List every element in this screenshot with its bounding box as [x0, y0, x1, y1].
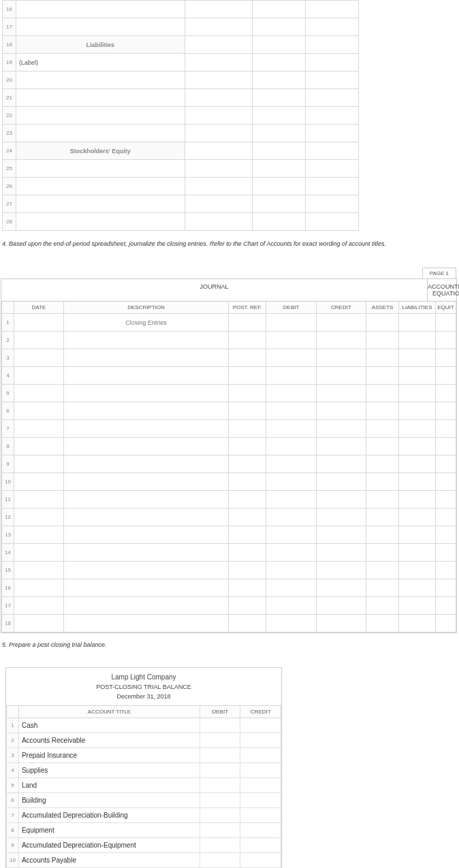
value-cell[interactable] [253, 213, 306, 231]
journal-cell[interactable] [366, 349, 399, 367]
journal-cell[interactable] [64, 402, 229, 420]
journal-cell[interactable] [316, 332, 366, 349]
value-cell[interactable] [306, 160, 359, 178]
journal-cell[interactable] [228, 367, 266, 385]
journal-cell[interactable] [399, 402, 436, 420]
journal-cell[interactable] [316, 615, 366, 632]
debit-cell[interactable] [200, 793, 240, 808]
journal-cell[interactable] [366, 615, 399, 632]
journal-cell[interactable] [399, 385, 436, 402]
journal-cell[interactable] [14, 332, 63, 349]
value-cell[interactable] [253, 160, 306, 178]
journal-cell[interactable] [228, 579, 266, 597]
journal-cell[interactable] [316, 455, 366, 473]
credit-cell[interactable] [240, 808, 281, 823]
journal-cell[interactable] [14, 349, 63, 367]
journal-cell[interactable] [228, 438, 266, 455]
journal-cell[interactable] [266, 402, 316, 420]
journal-cell[interactable] [228, 509, 266, 526]
journal-cell[interactable] [228, 615, 266, 632]
journal-cell[interactable] [435, 562, 456, 579]
journal-cell[interactable] [366, 455, 399, 473]
journal-cell[interactable] [228, 597, 266, 615]
journal-cell[interactable] [228, 562, 266, 579]
value-cell[interactable] [185, 160, 253, 178]
journal-cell[interactable] [366, 332, 399, 349]
account-title-cell[interactable]: Prepaid Insurance [18, 748, 200, 763]
desc-cell[interactable] [16, 18, 185, 36]
desc-cell[interactable] [16, 71, 185, 89]
value-cell[interactable] [185, 178, 253, 195]
journal-cell[interactable] [366, 385, 399, 402]
journal-cell[interactable] [435, 526, 456, 544]
journal-cell[interactable] [316, 526, 366, 544]
journal-cell[interactable] [399, 579, 436, 597]
journal-cell[interactable] [435, 579, 456, 597]
journal-cell[interactable] [316, 349, 366, 367]
journal-cell[interactable] [366, 597, 399, 615]
journal-cell[interactable] [64, 349, 229, 367]
credit-cell[interactable] [240, 838, 281, 853]
journal-cell[interactable] [399, 455, 436, 473]
account-title-cell[interactable]: Cash [18, 718, 200, 733]
credit-cell[interactable] [240, 823, 281, 838]
journal-cell[interactable] [399, 491, 436, 509]
debit-cell[interactable] [200, 763, 240, 778]
debit-cell[interactable] [200, 733, 240, 748]
desc-cell[interactable] [16, 195, 185, 213]
journal-cell[interactable] [366, 544, 399, 562]
debit-cell[interactable] [200, 718, 240, 733]
journal-cell[interactable] [228, 455, 266, 473]
journal-cell[interactable] [399, 314, 436, 332]
account-title-cell[interactable]: Accumulated Depreciation-Building [18, 808, 200, 823]
journal-cell[interactable] [399, 473, 436, 491]
value-cell[interactable] [253, 107, 306, 125]
journal-cell[interactable] [366, 509, 399, 526]
journal-cell[interactable] [14, 526, 63, 544]
journal-cell[interactable] [64, 509, 229, 526]
credit-cell[interactable] [240, 748, 281, 763]
desc-cell[interactable] [16, 178, 185, 195]
value-cell[interactable] [253, 1, 306, 18]
journal-cell[interactable] [435, 349, 456, 367]
credit-cell[interactable] [240, 718, 281, 733]
journal-cell[interactable] [14, 579, 63, 597]
journal-cell[interactable] [435, 509, 456, 526]
journal-cell[interactable] [399, 615, 436, 632]
value-cell[interactable] [185, 18, 253, 36]
value-cell[interactable] [306, 178, 359, 195]
value-cell[interactable] [253, 125, 306, 142]
journal-cell[interactable] [316, 579, 366, 597]
value-cell[interactable] [253, 54, 306, 71]
journal-cell[interactable] [64, 455, 229, 473]
value-cell[interactable] [253, 142, 306, 160]
value-cell[interactable] [185, 1, 253, 18]
journal-cell[interactable] [266, 544, 316, 562]
value-cell[interactable] [185, 71, 253, 89]
journal-cell[interactable] [14, 597, 63, 615]
journal-cell[interactable] [64, 579, 229, 597]
desc-cell[interactable] [16, 1, 185, 18]
journal-cell[interactable] [228, 544, 266, 562]
desc-cell[interactable] [16, 213, 185, 231]
journal-cell[interactable] [316, 509, 366, 526]
journal-cell[interactable] [266, 509, 316, 526]
value-cell[interactable] [185, 54, 253, 71]
value-cell[interactable] [185, 195, 253, 213]
journal-cell[interactable] [316, 314, 366, 332]
account-title-cell[interactable]: Accounts Receivable [18, 733, 200, 748]
journal-cell[interactable] [14, 420, 63, 438]
account-title-cell[interactable]: Accumulated Depreciation-Equipment [18, 838, 200, 853]
journal-cell[interactable] [14, 473, 63, 491]
journal-cell[interactable] [266, 579, 316, 597]
journal-cell[interactable] [64, 385, 229, 402]
journal-cell[interactable] [64, 562, 229, 579]
value-cell[interactable] [306, 89, 359, 107]
journal-cell[interactable] [435, 438, 456, 455]
journal-cell[interactable] [228, 385, 266, 402]
journal-cell[interactable] [266, 473, 316, 491]
journal-cell[interactable]: Closing Entries [64, 314, 229, 332]
value-cell[interactable] [306, 107, 359, 125]
journal-cell[interactable] [14, 402, 63, 420]
journal-cell[interactable] [316, 402, 366, 420]
